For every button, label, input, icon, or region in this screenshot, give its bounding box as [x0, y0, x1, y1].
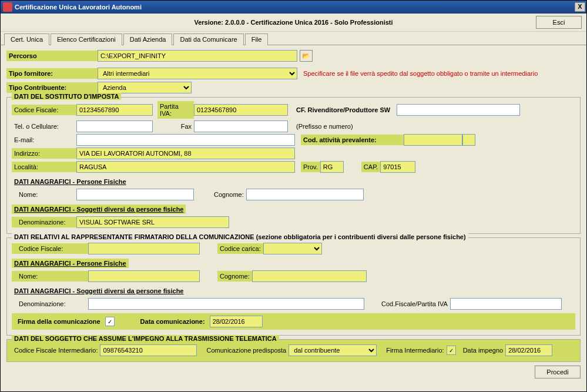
indirizzo-label: Indirizzo:: [12, 148, 76, 159]
tr-cf-input[interactable]: [100, 344, 197, 356]
anag-sd-header: DATI ANAGRAFICI - Soggetti diversi da pe…: [12, 205, 186, 214]
cf-riv-input[interactable]: [397, 104, 520, 116]
rapp-denom-input[interactable]: [88, 298, 364, 310]
tr-firma-label: Firma Intermediario:: [384, 345, 446, 356]
rapp-pf-header: DATI ANAGRAFICI - Persone Fisiche: [12, 259, 129, 268]
rapp-cf-label: Codice Fiscale:: [12, 243, 88, 254]
rapp-cf-input[interactable]: [88, 243, 200, 254]
data-com-input[interactable]: [210, 316, 263, 327]
rapp-cc-label: Codice carica:: [217, 243, 263, 254]
firma-checkbox[interactable]: ✓: [105, 317, 115, 326]
cod-att-label: Cod. attività prevalente:: [301, 135, 404, 145]
tipo-contribuente-select[interactable]: Azienda: [98, 82, 192, 93]
cod-att-input[interactable]: [404, 134, 462, 146]
version-text: Versione: 2.0.0.0 - Certificazione Unica…: [51, 19, 536, 26]
tab-cert-unica[interactable]: Cert. Unica: [4, 33, 49, 45]
cap-label: CAP.: [361, 162, 380, 172]
rapp-cc-select[interactable]: [263, 243, 322, 254]
anag-pf-header: DATI ANAGRAFICI - Persone Fisiche: [12, 177, 129, 186]
rapp-nome-input[interactable]: [88, 270, 200, 282]
localita-label: Località:: [12, 162, 76, 172]
app-icon: [3, 2, 12, 12]
tr-cf-label: Codice Fiscale Intermediario:: [12, 345, 100, 356]
indirizzo-input[interactable]: [76, 148, 295, 159]
tr-data-input[interactable]: [505, 344, 552, 356]
percorso-label: Percorso: [6, 51, 98, 61]
trasmissione-fieldset: DATI DEL SOGGETTO CHE ASSUME L'IMPEGNO A…: [6, 339, 581, 362]
rapp-sd-header: DATI ANAGRAFICI - Soggetti diversi da pe…: [12, 286, 186, 296]
sostituto-fieldset: DATI DEL SOSTITUTO D'IMPOSTA Codice Fisc…: [6, 97, 581, 234]
cod-att-lookup-button[interactable]: [462, 134, 475, 146]
tab-dati-azienda[interactable]: Dati Azienda: [123, 33, 173, 45]
tab-file[interactable]: File: [245, 33, 269, 45]
rapp-cognome-input[interactable]: [252, 270, 367, 282]
window-title: Certificazione Unica Lavoratori Autonomi: [15, 4, 142, 11]
cognome-input[interactable]: [246, 189, 364, 200]
email-label: E-mail:: [12, 135, 76, 145]
percorso-input[interactable]: [98, 50, 297, 62]
email-input[interactable]: [76, 134, 295, 146]
cf-input[interactable]: [76, 104, 153, 116]
tipo-fornitore-helper: Specificare se il file verrà spedito dal…: [303, 70, 538, 77]
data-com-label: Data comunicazione:: [138, 316, 207, 327]
rappresentante-fieldset: DATI RELATIVI AL RAPPRESENTANTE FIRMATAR…: [6, 237, 581, 336]
tr-comp-label: Comunicazione predisposta: [204, 345, 289, 356]
tab-bar: Cert. Unica Elenco Certificazioni Dati A…: [1, 32, 586, 45]
folder-button[interactable]: 📂: [300, 50, 313, 62]
tab-dati-comunicare[interactable]: Dati da Comunicare: [173, 33, 243, 45]
fax-label: Fax: [157, 121, 194, 132]
denom-input[interactable]: [76, 216, 229, 228]
rapp-nome-label: Nome:: [12, 271, 88, 282]
tel-label: Tel. o Cellulare:: [12, 121, 76, 132]
tipo-contribuente-label: Tipo Contribuente:: [6, 82, 98, 93]
tr-comp-select[interactable]: dal contribuente: [289, 344, 377, 356]
rapp-denom-label: Denominazione:: [12, 299, 88, 309]
tr-firma-checkbox[interactable]: ✓: [447, 346, 456, 355]
prefisso-text: (Prefisso e numero): [294, 121, 355, 132]
rapp-cfpiva-input[interactable]: [450, 298, 562, 310]
esci-button[interactable]: Esci: [536, 16, 582, 29]
cf-riv-label: CF. Rivenditore/Produttore SW: [294, 105, 397, 115]
tipo-fornitore-select[interactable]: Altri intermediari: [98, 68, 297, 79]
piva-input[interactable]: [194, 104, 288, 116]
cognome-label: Cognome:: [212, 189, 246, 200]
cf-label: Codice Fiscale:: [12, 105, 76, 115]
folder-icon: 📂: [302, 52, 310, 60]
firma-label: Firma della comunicazione: [15, 316, 103, 327]
rapp-cfpiva-label: Cod.Fiscale/Partita IVA: [379, 299, 450, 309]
trasmissione-legend: DATI DEL SOGGETTO CHE ASSUME L'IMPEGNO A…: [12, 335, 279, 342]
tipo-fornitore-label: Tipo fornitore:: [6, 68, 98, 79]
nome-label: Nome:: [12, 189, 76, 200]
denom-label: Denominazione:: [12, 217, 76, 227]
header-row: Versione: 2.0.0.0 - Certificazione Unica…: [1, 14, 586, 32]
close-button[interactable]: X: [575, 2, 585, 12]
rappresentante-legend: DATI RELATIVI AL RAPPRESENTANTE FIRMATAR…: [12, 233, 468, 240]
title-bar: Certificazione Unica Lavoratori Autonomi…: [1, 1, 586, 14]
procedi-button[interactable]: Procedi: [535, 366, 581, 378]
localita-input[interactable]: [76, 161, 295, 173]
piva-label: Partita IVA:: [157, 101, 194, 119]
content-area: Percorso 📂 Tipo fornitore: Altri interme…: [1, 45, 586, 391]
prov-label: Prov.: [301, 162, 320, 172]
nome-input[interactable]: [76, 189, 194, 200]
tab-elenco[interactable]: Elenco Certificazioni: [51, 33, 122, 45]
tel-input[interactable]: [76, 120, 153, 132]
cap-input[interactable]: [380, 161, 415, 173]
rapp-cognome-label: Cognome:: [217, 271, 252, 282]
tr-data-label: Data impegno: [461, 345, 506, 356]
prov-input[interactable]: [320, 161, 344, 173]
sostituto-legend: DATI DEL SOSTITUTO D'IMPOSTA: [12, 93, 121, 100]
fax-input[interactable]: [194, 120, 288, 132]
close-icon: X: [578, 3, 582, 10]
